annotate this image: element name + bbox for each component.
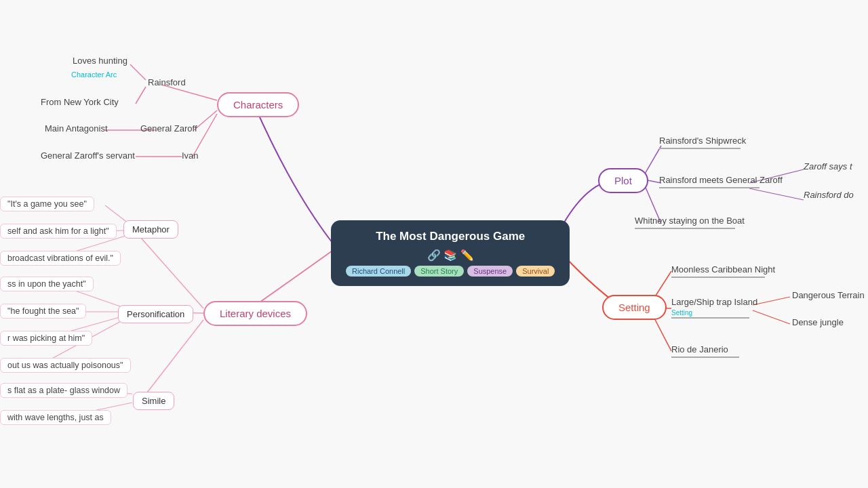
shipwreck-line: [659, 148, 741, 149]
central-node: The Most Dangerous Game 🔗 📚 ✏️ Richard C…: [331, 220, 570, 286]
moonless-label: Moonless Caribbean Night: [671, 264, 775, 274]
dangerous-terrain-label: Dangerous Terrain: [792, 290, 865, 300]
svg-line-3: [194, 110, 217, 130]
dense-jungle-label: Dense jungle: [792, 317, 844, 327]
central-icons: 🔗 📚 ✏️: [346, 249, 555, 262]
large-island-label: Large/Ship trap Island: [671, 297, 757, 307]
perso-q2: "he fought the sea": [0, 304, 86, 319]
metaphor-q2: self and ask him for a light": [0, 224, 117, 239]
simile-node: Simile: [133, 392, 174, 410]
island-line: [671, 317, 749, 319]
zaroff-servant-label: General Zaroff's servant: [41, 150, 135, 161]
svg-line-7: [136, 232, 203, 308]
svg-line-28: [753, 310, 790, 324]
rio-label: Rio de Janerio: [671, 344, 728, 354]
perso-q3: r was picking at him": [0, 331, 92, 346]
simile-q2: with wave lengths, just as: [0, 410, 111, 425]
whitney-boat-label: Whitney staying on the Boat: [635, 216, 745, 226]
metaphor-q1: "It's a game you see": [0, 197, 94, 211]
cat-literary[interactable]: Literary devices: [203, 301, 307, 326]
cat-plot[interactable]: Plot: [598, 168, 648, 193]
perso-q4: out us was actually poisonous": [0, 358, 131, 373]
cat-characters[interactable]: Characters: [217, 92, 299, 117]
zaroff-says-partial: Zaroff says t: [804, 161, 852, 171]
central-title: The Most Dangerous Game: [346, 230, 555, 243]
simile-q1: s flat as a plate- glass window: [0, 383, 127, 398]
rainsford-do-partial: Rainsford do: [804, 190, 854, 200]
tag-survival: Survival: [516, 266, 555, 277]
svg-line-2: [136, 87, 146, 104]
setting-sub-label: Setting: [671, 309, 692, 317]
loves-hunting-label: Loves hunting: [73, 56, 127, 66]
tag-short: Short Story: [414, 266, 464, 277]
ivan-label: Ivan: [182, 150, 199, 161]
moonless-line: [671, 277, 765, 278]
meets-zaroff-line: [659, 187, 760, 188]
tag-suspense: Suspense: [467, 266, 513, 277]
personification-node: Personification: [118, 305, 193, 323]
from-nyc-label: From New York City: [41, 97, 119, 107]
perso-q1: ss in upon the yacht": [0, 277, 94, 291]
svg-line-19: [644, 146, 661, 175]
character-arc-label: Character Arc: [71, 70, 117, 79]
svg-line-23: [749, 188, 804, 200]
tag-richard: Richard Connell: [346, 266, 411, 277]
svg-line-27: [753, 297, 790, 305]
whitney-line: [635, 228, 735, 229]
metaphor-node: Metaphor: [123, 220, 178, 239]
metaphor-q3: broadcast vibrations of evil.": [0, 251, 121, 266]
svg-line-16: [142, 320, 203, 399]
svg-line-1: [130, 64, 146, 80]
rio-line: [671, 357, 739, 358]
rainsford-label: Rainsford: [148, 77, 186, 87]
shipwreck-label: Rainsford's Shipwreck: [659, 136, 746, 146]
main-antagonist-label: Main Antagonist: [45, 123, 108, 134]
general-zaroff-label: General Zaroff: [140, 123, 197, 134]
cat-setting[interactable]: Setting: [602, 295, 667, 320]
central-tags: Richard Connell Short Story Suspense Sur…: [346, 266, 555, 277]
meets-zaroff-label: Rainsford meets General Zaroff: [659, 175, 783, 185]
